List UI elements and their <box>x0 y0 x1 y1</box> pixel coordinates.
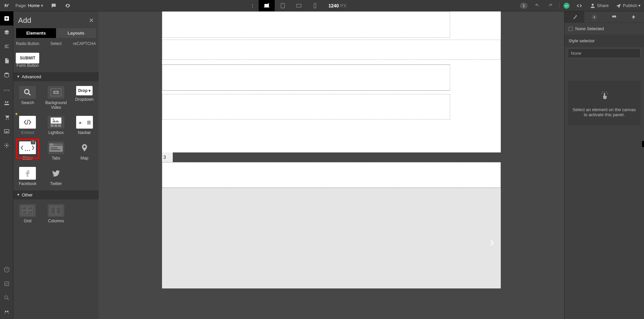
navigator-button[interactable] <box>0 26 13 40</box>
canvas[interactable]: 3 › <box>162 11 501 319</box>
elements-scroll[interactable]: Radio Button Select reCAPTCHA SUBMIT For… <box>13 41 99 319</box>
svg-rect-42 <box>22 207 27 210</box>
svg-point-21 <box>25 89 29 94</box>
settings-tab[interactable] <box>584 11 604 22</box>
mobile-breakpoint-button[interactable] <box>307 0 323 11</box>
section-other[interactable]: Other <box>13 190 99 199</box>
tablet-breakpoint-button[interactable] <box>275 0 291 11</box>
status-ok-icon[interactable] <box>564 3 570 9</box>
code-export-icon[interactable] <box>572 0 586 11</box>
page-selector[interactable]: Page: Home ▾ <box>12 0 47 11</box>
select-label: Select <box>42 41 70 46</box>
canvas-slider[interactable]: › <box>162 188 501 288</box>
element-search[interactable]: Search <box>13 83 42 113</box>
canvas-tab-label[interactable]: 3 <box>162 152 173 162</box>
publish-button[interactable]: Publish ▾ <box>612 0 644 11</box>
styles-tab[interactable] <box>565 11 584 22</box>
svg-rect-43 <box>28 207 33 210</box>
svg-rect-48 <box>56 207 61 214</box>
svg-rect-26 <box>51 124 54 127</box>
element-lightbox[interactable]: Lightbox <box>42 112 70 138</box>
add-panel-button[interactable] <box>0 11 13 26</box>
landscape-breakpoint-button[interactable] <box>291 0 307 11</box>
element-tabs[interactable]: Tabs <box>42 138 70 164</box>
topbar: Page: Home ▾ ⋮ <box>0 0 644 11</box>
canvas-area[interactable]: 3 › <box>99 11 564 319</box>
svg-point-11 <box>6 119 7 120</box>
svg-point-53 <box>601 93 602 94</box>
add-panel-title: Add <box>18 16 31 25</box>
desktop-breakpoint-button[interactable] <box>259 0 275 11</box>
svg-rect-13 <box>4 130 9 133</box>
search-button[interactable] <box>0 291 13 305</box>
svg-point-8 <box>5 73 9 74</box>
collab-button[interactable] <box>0 305 13 319</box>
chevron-right-icon[interactable]: › <box>490 235 494 249</box>
audit-button[interactable] <box>0 277 13 291</box>
canvas-block[interactable] <box>162 11 450 38</box>
style-manager-tab[interactable] <box>604 11 624 22</box>
svg-rect-37 <box>59 143 63 145</box>
style-selector-label: Style selector <box>565 35 644 47</box>
users-button[interactable] <box>0 96 13 110</box>
pages-button[interactable] <box>0 54 13 68</box>
canvas-block[interactable] <box>162 64 450 91</box>
changes-badge[interactable]: 1 <box>520 3 528 9</box>
canvas-block[interactable] <box>162 162 501 188</box>
help-button[interactable]: ? <box>0 263 13 277</box>
svg-rect-31 <box>87 124 91 124</box>
element-form-button[interactable]: SUBMIT Form Button <box>13 49 42 71</box>
style-panel: None Selected Style selector None Select… <box>564 11 644 319</box>
element-grid[interactable]: Grid <box>13 201 42 226</box>
element-embed[interactable]: ★ Embed <box>13 112 42 138</box>
svg-point-52 <box>606 92 607 92</box>
svg-point-34 <box>29 150 30 151</box>
comments-icon[interactable] <box>47 0 61 11</box>
share-button[interactable]: Share <box>586 0 612 11</box>
canvas-block[interactable] <box>162 94 450 120</box>
svg-point-9 <box>5 101 6 103</box>
edge-handle[interactable] <box>642 141 644 147</box>
submit-chip: SUBMIT <box>16 53 39 63</box>
svg-rect-0 <box>264 4 269 7</box>
preview-icon[interactable] <box>61 0 75 11</box>
svg-point-19 <box>5 311 6 312</box>
element-twitter[interactable]: Twitter <box>42 164 70 189</box>
element-dropdown[interactable]: Drop ▾ Dropdown <box>70 83 99 113</box>
style-selector-input[interactable]: None <box>568 48 641 58</box>
navigator-list-button[interactable] <box>0 40 13 54</box>
tab-layouts[interactable]: Layouts <box>56 28 96 38</box>
assets-button[interactable] <box>0 124 13 138</box>
help-badge[interactable]: ? <box>31 140 35 144</box>
element-columns[interactable]: Columns <box>42 201 70 226</box>
ecommerce-button[interactable]: ⌵⌵ <box>0 82 13 96</box>
canvas-width-display[interactable]: 1240PX <box>328 3 346 8</box>
svg-rect-1 <box>264 7 270 7</box>
interactions-tab[interactable] <box>624 11 644 22</box>
undo-button[interactable] <box>530 0 544 11</box>
svg-text:?: ? <box>6 268 8 272</box>
star-icon: ★ <box>15 112 18 116</box>
svg-point-32 <box>25 150 26 151</box>
redo-button[interactable] <box>544 0 558 11</box>
svg-point-51 <box>604 92 605 92</box>
element-facebook[interactable]: Facebook <box>13 164 42 189</box>
tab-elements[interactable]: Elements <box>16 28 56 38</box>
cms-button[interactable] <box>0 68 13 82</box>
checkbox-icon <box>569 27 573 31</box>
webflow-logo-icon[interactable] <box>1 0 12 11</box>
canvas-block[interactable] <box>162 40 501 60</box>
close-icon[interactable]: ✕ <box>89 17 94 24</box>
svg-point-18 <box>5 296 8 299</box>
element-navbar[interactable]: Navbar <box>70 112 99 138</box>
svg-rect-3 <box>281 3 285 8</box>
cart-button[interactable] <box>0 110 13 124</box>
element-map[interactable]: Map <box>70 138 99 164</box>
page-label: Page: <box>15 3 27 8</box>
section-advanced[interactable]: Advanced <box>13 72 99 81</box>
element-slider[interactable]: ? Slider <box>13 138 42 164</box>
element-background-video[interactable]: Background Video <box>42 83 70 113</box>
settings-button[interactable] <box>0 138 13 152</box>
left-rail: ⌵⌵ ? <box>0 11 13 319</box>
more-icon[interactable]: ⋮ <box>246 0 259 11</box>
